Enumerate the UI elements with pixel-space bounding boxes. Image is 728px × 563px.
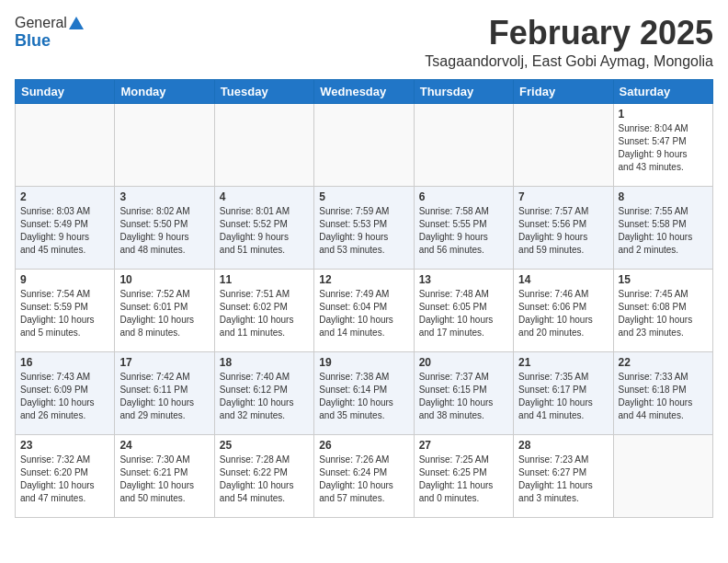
calendar-day-16: 16Sunrise: 7:43 AMSunset: 6:09 PMDayligh… bbox=[16, 351, 115, 434]
logo-blue-text: Blue bbox=[15, 31, 51, 51]
calendar-table: SundayMondayTuesdayWednesdayThursdayFrid… bbox=[15, 79, 713, 518]
day-info: Sunrise: 7:45 AMSunset: 6:08 PMDaylight:… bbox=[619, 288, 708, 339]
day-info: Sunrise: 7:33 AMSunset: 6:18 PMDaylight:… bbox=[619, 371, 708, 422]
day-info: Sunrise: 7:43 AMSunset: 6:09 PMDaylight:… bbox=[20, 371, 109, 422]
day-info: Sunrise: 7:52 AMSunset: 6:01 PMDaylight:… bbox=[119, 288, 209, 339]
day-info: Sunrise: 7:48 AMSunset: 6:05 PMDaylight:… bbox=[419, 288, 508, 339]
day-info: Sunrise: 7:30 AMSunset: 6:21 PMDaylight:… bbox=[119, 454, 209, 505]
calendar-day-8: 8Sunrise: 7:55 AMSunset: 5:58 PMDaylight… bbox=[613, 186, 712, 269]
day-info: Sunrise: 7:49 AMSunset: 6:04 PMDaylight:… bbox=[319, 288, 408, 339]
calendar-day-9: 9Sunrise: 7:54 AMSunset: 5:59 PMDaylight… bbox=[16, 269, 115, 351]
calendar-day-21: 21Sunrise: 7:35 AMSunset: 6:17 PMDayligh… bbox=[514, 351, 613, 434]
day-info: Sunrise: 7:26 AMSunset: 6:24 PMDaylight:… bbox=[319, 454, 408, 505]
day-info: Sunrise: 7:40 AMSunset: 6:12 PMDaylight:… bbox=[220, 371, 309, 422]
weekday-header-thursday: Thursday bbox=[414, 79, 513, 103]
location-subtitle: Tsagaandorvolj, East Gobi Aymag, Mongoli… bbox=[425, 53, 713, 70]
calendar-empty-cell bbox=[115, 103, 214, 186]
calendar-day-26: 26Sunrise: 7:26 AMSunset: 6:24 PMDayligh… bbox=[314, 434, 414, 517]
weekday-header-saturday: Saturday bbox=[613, 79, 712, 103]
day-info: Sunrise: 7:57 AMSunset: 5:56 PMDaylight:… bbox=[518, 205, 608, 257]
logo: General Blue bbox=[15, 15, 85, 51]
day-number: 2 bbox=[20, 190, 109, 203]
day-number: 12 bbox=[319, 273, 408, 286]
calendar-empty-cell bbox=[414, 103, 513, 186]
day-number: 14 bbox=[518, 273, 608, 286]
calendar-empty-cell bbox=[514, 103, 613, 186]
day-number: 23 bbox=[20, 439, 109, 452]
calendar-empty-cell bbox=[214, 103, 313, 186]
calendar-day-27: 27Sunrise: 7:25 AMSunset: 6:25 PMDayligh… bbox=[414, 434, 513, 517]
calendar-empty-cell bbox=[314, 103, 414, 186]
calendar-day-5: 5Sunrise: 7:59 AMSunset: 5:53 PMDaylight… bbox=[314, 186, 414, 269]
day-number: 17 bbox=[119, 356, 209, 369]
calendar-empty-cell bbox=[16, 103, 115, 186]
day-info: Sunrise: 7:54 AMSunset: 5:59 PMDaylight:… bbox=[20, 288, 109, 339]
day-info: Sunrise: 7:46 AMSunset: 6:06 PMDaylight:… bbox=[518, 288, 608, 339]
calendar-header-row: SundayMondayTuesdayWednesdayThursdayFrid… bbox=[16, 79, 713, 103]
calendar-day-28: 28Sunrise: 7:23 AMSunset: 6:27 PMDayligh… bbox=[514, 434, 613, 517]
day-number: 3 bbox=[119, 190, 209, 203]
day-info: Sunrise: 7:25 AMSunset: 6:25 PMDaylight:… bbox=[419, 454, 508, 505]
calendar-week-row: 23Sunrise: 7:32 AMSunset: 6:20 PMDayligh… bbox=[16, 434, 713, 517]
logo-icon bbox=[68, 15, 85, 31]
calendar-day-4: 4Sunrise: 8:01 AMSunset: 5:52 PMDaylight… bbox=[214, 186, 313, 269]
calendar-day-2: 2Sunrise: 8:03 AMSunset: 5:49 PMDaylight… bbox=[16, 186, 115, 269]
day-info: Sunrise: 7:51 AMSunset: 6:02 PMDaylight:… bbox=[220, 288, 309, 339]
day-number: 4 bbox=[220, 190, 309, 203]
day-number: 6 bbox=[419, 190, 508, 203]
calendar-week-row: 2Sunrise: 8:03 AMSunset: 5:49 PMDaylight… bbox=[16, 186, 713, 269]
day-number: 24 bbox=[119, 439, 209, 452]
weekday-header-monday: Monday bbox=[115, 79, 214, 103]
weekday-header-friday: Friday bbox=[514, 79, 613, 103]
calendar-day-11: 11Sunrise: 7:51 AMSunset: 6:02 PMDayligh… bbox=[214, 269, 313, 351]
day-info: Sunrise: 7:55 AMSunset: 5:58 PMDaylight:… bbox=[619, 205, 708, 257]
day-number: 28 bbox=[518, 439, 608, 452]
title-block: February 2025 Tsagaandorvolj, East Gobi … bbox=[425, 15, 713, 70]
calendar-empty-cell bbox=[613, 434, 712, 517]
calendar-day-20: 20Sunrise: 7:37 AMSunset: 6:15 PMDayligh… bbox=[414, 351, 513, 434]
day-info: Sunrise: 8:02 AMSunset: 5:50 PMDaylight:… bbox=[119, 205, 209, 257]
day-number: 5 bbox=[319, 190, 408, 203]
day-info: Sunrise: 7:58 AMSunset: 5:55 PMDaylight:… bbox=[419, 205, 508, 257]
calendar-day-3: 3Sunrise: 8:02 AMSunset: 5:50 PMDaylight… bbox=[115, 186, 214, 269]
day-info: Sunrise: 7:42 AMSunset: 6:11 PMDaylight:… bbox=[119, 371, 209, 422]
calendar-day-18: 18Sunrise: 7:40 AMSunset: 6:12 PMDayligh… bbox=[214, 351, 313, 434]
day-number: 16 bbox=[20, 356, 109, 369]
day-number: 20 bbox=[419, 356, 508, 369]
calendar-day-23: 23Sunrise: 7:32 AMSunset: 6:20 PMDayligh… bbox=[16, 434, 115, 517]
day-number: 27 bbox=[419, 439, 508, 452]
day-info: Sunrise: 7:38 AMSunset: 6:14 PMDaylight:… bbox=[319, 371, 408, 422]
calendar-day-25: 25Sunrise: 7:28 AMSunset: 6:22 PMDayligh… bbox=[214, 434, 313, 517]
calendar-day-6: 6Sunrise: 7:58 AMSunset: 5:55 PMDaylight… bbox=[414, 186, 513, 269]
day-number: 8 bbox=[619, 190, 708, 203]
day-info: Sunrise: 7:37 AMSunset: 6:15 PMDaylight:… bbox=[419, 371, 508, 422]
day-number: 15 bbox=[619, 273, 708, 286]
calendar-week-row: 16Sunrise: 7:43 AMSunset: 6:09 PMDayligh… bbox=[16, 351, 713, 434]
day-number: 22 bbox=[619, 356, 708, 369]
day-number: 1 bbox=[619, 108, 708, 121]
day-info: Sunrise: 7:32 AMSunset: 6:20 PMDaylight:… bbox=[20, 454, 109, 505]
day-info: Sunrise: 7:35 AMSunset: 6:17 PMDaylight:… bbox=[518, 371, 608, 422]
calendar-day-19: 19Sunrise: 7:38 AMSunset: 6:14 PMDayligh… bbox=[314, 351, 414, 434]
weekday-header-sunday: Sunday bbox=[16, 79, 115, 103]
day-info: Sunrise: 7:28 AMSunset: 6:22 PMDaylight:… bbox=[220, 454, 309, 505]
day-number: 7 bbox=[518, 190, 608, 203]
day-info: Sunrise: 8:04 AMSunset: 5:47 PMDaylight:… bbox=[619, 122, 708, 174]
calendar-day-17: 17Sunrise: 7:42 AMSunset: 6:11 PMDayligh… bbox=[115, 351, 214, 434]
day-number: 10 bbox=[119, 273, 209, 286]
calendar-week-row: 9Sunrise: 7:54 AMSunset: 5:59 PMDaylight… bbox=[16, 269, 713, 351]
day-info: Sunrise: 7:23 AMSunset: 6:27 PMDaylight:… bbox=[518, 454, 608, 505]
day-number: 9 bbox=[20, 273, 109, 286]
weekday-header-wednesday: Wednesday bbox=[314, 79, 414, 103]
calendar-day-15: 15Sunrise: 7:45 AMSunset: 6:08 PMDayligh… bbox=[613, 269, 712, 351]
day-number: 11 bbox=[220, 273, 309, 286]
calendar-week-row: 1Sunrise: 8:04 AMSunset: 5:47 PMDaylight… bbox=[16, 103, 713, 186]
calendar-day-13: 13Sunrise: 7:48 AMSunset: 6:05 PMDayligh… bbox=[414, 269, 513, 351]
calendar-day-1: 1Sunrise: 8:04 AMSunset: 5:47 PMDaylight… bbox=[613, 103, 712, 186]
calendar-day-22: 22Sunrise: 7:33 AMSunset: 6:18 PMDayligh… bbox=[613, 351, 712, 434]
day-info: Sunrise: 8:01 AMSunset: 5:52 PMDaylight:… bbox=[220, 205, 309, 257]
calendar-day-7: 7Sunrise: 7:57 AMSunset: 5:56 PMDaylight… bbox=[514, 186, 613, 269]
svg-marker-0 bbox=[69, 17, 84, 29]
day-number: 19 bbox=[319, 356, 408, 369]
day-number: 25 bbox=[220, 439, 309, 452]
